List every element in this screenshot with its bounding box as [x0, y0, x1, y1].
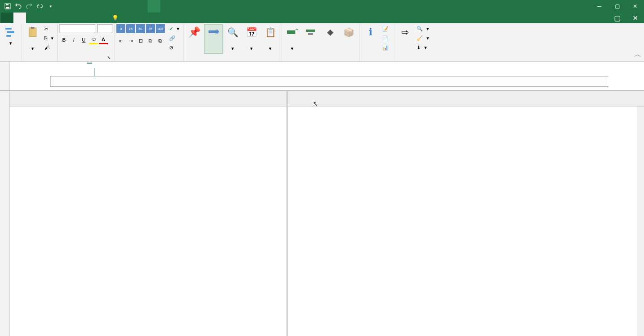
auto-schedule-icon	[206, 26, 221, 40]
scroll-to-task-button[interactable]: ⇨	[396, 24, 414, 54]
details-button[interactable]: 📄	[380, 34, 392, 43]
fill-color-button[interactable]: ⬭	[89, 35, 98, 44]
mode-button[interactable]: 📋▾	[261, 24, 279, 54]
link-icon[interactable]	[35, 1, 45, 11]
tab-resource[interactable]	[26, 13, 38, 23]
fill-icon: ⬇	[417, 45, 421, 51]
notes-button[interactable]: 📝	[380, 24, 392, 33]
font-size-select[interactable]	[97, 24, 112, 33]
eraser-icon: 🧹	[417, 35, 423, 41]
tab-task[interactable]	[13, 13, 26, 23]
insert-task-button[interactable]: +▾	[283, 24, 301, 54]
qat-customize-icon[interactable]: ▾	[46, 1, 55, 11]
timeline-body[interactable]	[10, 62, 644, 90]
mark-on-track-button[interactable]: ✔ ▾	[167, 24, 181, 33]
find-button[interactable]: 🔍 ▾	[415, 24, 431, 33]
pct100-button[interactable]: 100	[156, 24, 165, 33]
add-to-timeline-button[interactable]: 📊	[380, 43, 392, 52]
collapse-ribbon-button[interactable]: ︿	[634, 50, 641, 60]
search-icon: 🔍	[417, 26, 423, 32]
title-bar: ▾ ─ ▢ ✕	[0, 0, 644, 13]
underline-button[interactable]: U	[79, 35, 88, 44]
gantt-header	[288, 91, 644, 106]
milestone-button[interactable]	[321, 24, 339, 54]
group-label-properties	[362, 60, 392, 61]
pct50-button[interactable]: 50	[136, 24, 145, 33]
gantt-vtab[interactable]	[0, 91, 10, 336]
bold-button[interactable]: B	[60, 35, 68, 44]
tab-project[interactable]	[51, 13, 64, 23]
tab-view[interactable]	[64, 13, 76, 23]
pushpin-icon: 📌	[187, 25, 201, 39]
pct75-button[interactable]: 75	[146, 24, 155, 33]
move-button[interactable]: 📅▾	[243, 24, 260, 54]
tab-report[interactable]	[38, 13, 51, 23]
mode-icon: 📋	[263, 25, 277, 39]
today-marker	[87, 63, 92, 64]
maximize-button[interactable]: ▢	[608, 0, 626, 13]
timeline-finish	[610, 76, 641, 81]
italic-button[interactable]: I	[69, 35, 78, 44]
svg-rect-13	[327, 30, 333, 36]
font-name-select[interactable]	[60, 24, 95, 33]
auto-schedule-button[interactable]	[204, 24, 223, 54]
copy-button[interactable]: ⎘ ▾	[43, 34, 55, 43]
timeline-icon: 📊	[382, 45, 388, 51]
close-button[interactable]: ✕	[626, 0, 644, 13]
pct0-button[interactable]: 0	[116, 24, 125, 33]
clear-button[interactable]: 🧹 ▾	[415, 34, 431, 43]
notes-icon: 📝	[382, 26, 388, 32]
summary-button[interactable]	[302, 24, 320, 54]
undo-icon[interactable]	[13, 1, 23, 11]
save-icon[interactable]	[3, 1, 13, 11]
gantt-body[interactable]	[288, 106, 644, 336]
svg-text:+: +	[295, 28, 298, 33]
scroll-icon: ⇨	[398, 25, 412, 39]
inactivate-icon: ⊘	[169, 45, 173, 51]
timeline-vtab[interactable]	[0, 62, 10, 90]
tab-file[interactable]	[1, 13, 13, 23]
link-icon: 🔗	[169, 35, 175, 41]
group-label-view	[2, 60, 20, 61]
font-dialog-launcher[interactable]: ⬊	[106, 55, 111, 60]
timeline-bar[interactable]	[50, 76, 608, 87]
deliverable-button: 📦	[340, 24, 358, 54]
tab-format[interactable]	[95, 13, 107, 23]
respect-links-button[interactable]: 🔗	[167, 34, 181, 43]
indent-button[interactable]: ⇥	[126, 36, 135, 45]
link-tasks-button[interactable]: ⧉	[146, 36, 155, 45]
fill-button[interactable]: ⬇ ▾	[415, 43, 431, 52]
outdent-button[interactable]: ⇤	[116, 36, 125, 45]
inspect-button[interactable]: 🔍▾	[224, 24, 242, 54]
vertical-scrollbar[interactable]	[637, 106, 644, 336]
paste-button[interactable]: ▾	[24, 24, 42, 54]
brush-icon: 🖌	[44, 45, 49, 50]
pct25-button[interactable]: 25	[126, 24, 135, 33]
cut-button[interactable]: ✂	[43, 24, 55, 33]
group-label-clipboard	[24, 60, 55, 61]
unlink-tasks-button[interactable]: ⧉̸	[156, 36, 165, 45]
contextual-tab-label	[148, 0, 160, 13]
group-label-schedule	[116, 60, 181, 61]
quick-access-toolbar: ▾	[0, 1, 58, 11]
inspect-icon: 🔍	[226, 25, 240, 39]
svg-rect-9	[287, 30, 295, 34]
doc-restore-button[interactable]: ▢	[608, 13, 626, 23]
gantt-chart: ↖	[288, 91, 644, 336]
manually-schedule-button[interactable]: 📌	[185, 24, 203, 54]
font-color-button[interactable]: A	[99, 35, 108, 44]
minimize-button[interactable]: ─	[590, 0, 608, 13]
split-task-button[interactable]: ⊟	[136, 36, 145, 45]
svg-rect-11	[306, 30, 315, 32]
ribbon: ▾ ▾ ✂ ⎘ ▾ 🖌	[0, 23, 644, 62]
doc-close-button[interactable]: ✕	[626, 13, 644, 23]
svg-rect-3	[5, 28, 12, 30]
inactivate-button[interactable]: ⊘	[167, 43, 181, 52]
format-painter-button[interactable]: 🖌	[43, 43, 55, 52]
tell-me-search[interactable]: 💡	[107, 13, 121, 23]
gantt-chart-button[interactable]: ▾	[2, 24, 20, 54]
main-area: ↖	[0, 91, 644, 336]
move-icon: 📅	[244, 25, 259, 39]
redo-icon[interactable]	[24, 1, 34, 11]
information-button[interactable]: ℹ	[362, 24, 380, 54]
